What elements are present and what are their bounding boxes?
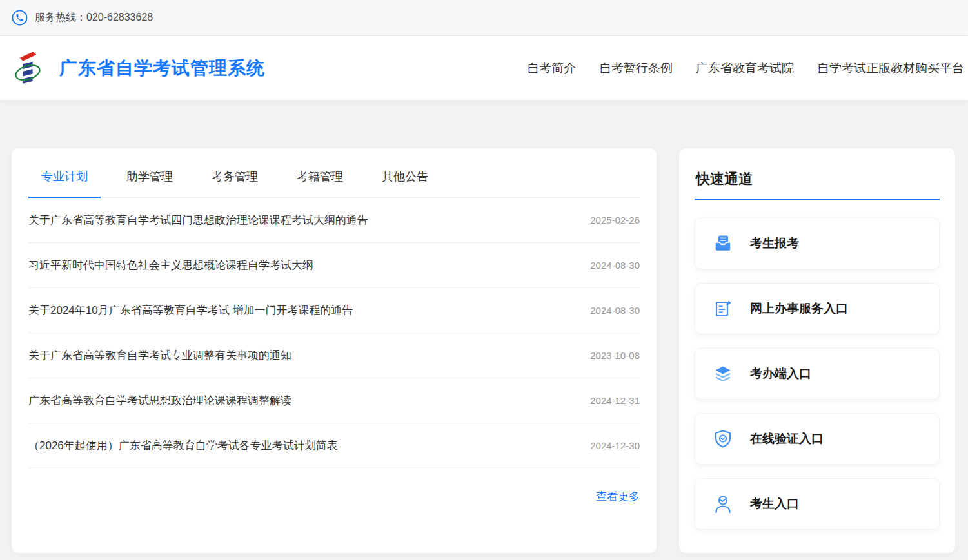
announcement-title: 广东省高等教育自学考试思想政治理论课课程调整解读: [28, 393, 291, 408]
quick-item-label: 网上办事服务入口: [750, 300, 848, 317]
header-nav: 自考简介 自考暂行条例 广东省教育考试院 自学考试正版教材购买平台: [527, 60, 965, 77]
announcement-title: （2026年起使用）广东省高等教育自学考试各专业考试计划简表: [28, 438, 338, 453]
announcement-title: 关于广东省高等教育自学考试四门思想政治理论课课程考试大纲的通告: [28, 213, 368, 227]
topbar: 服务热线：020-62833628: [0, 0, 968, 36]
tab-study-support[interactable]: 助学管理: [114, 161, 186, 197]
hotline-text: 服务热线：020-62833628: [35, 11, 153, 24]
nav-link-textbook-platform[interactable]: 自学考试正版教材购买平台: [817, 60, 964, 77]
more-row: 查看更多: [28, 468, 640, 504]
nav-link-intro[interactable]: 自考简介: [527, 60, 576, 77]
phone-icon: [12, 10, 28, 26]
announcement-row[interactable]: 习近平新时代中国特色社会主义思想概论课程自学考试大纲 2024-08-30: [28, 243, 640, 288]
site-title: 广东省自学考试管理系统: [59, 56, 265, 81]
user-icon: [713, 494, 733, 514]
announcement-row[interactable]: 广东省高等教育自学考试思想政治理论课课程调整解读 2024-12-31: [28, 378, 640, 423]
quick-item-online-services[interactable]: 网上办事服务入口: [695, 283, 940, 334]
announcement-tabs: 专业计划 助学管理 考务管理 考籍管理 其他公告: [28, 148, 640, 198]
quick-item-label: 考生入口: [750, 496, 799, 512]
announcement-row[interactable]: 关于2024年10月广东省高等教育自学考试 增加一门开考课程的通告 2024-0…: [28, 288, 640, 333]
announcement-date: 2023-10-08: [590, 350, 640, 361]
tab-exam-records[interactable]: 考籍管理: [284, 161, 356, 197]
quick-access-panel: 快速通道 考生报考 网上办事服务入口: [679, 148, 955, 553]
announcement-title: 关于广东省高等教育自学考试专业调整有关事项的通知: [28, 348, 291, 363]
announcement-title: 关于2024年10月广东省高等教育自学考试 增加一门开考课程的通告: [28, 303, 353, 318]
announcements-card: 专业计划 助学管理 考务管理 考籍管理 其他公告 关于广东省高等教育自学考试四门…: [12, 148, 657, 553]
brand: 广东省自学考试管理系统: [14, 49, 265, 88]
quick-item-candidate-portal[interactable]: 考生入口: [695, 478, 940, 530]
layers-icon: [713, 364, 733, 383]
inbox-icon: [713, 234, 733, 253]
accent-divider: [695, 199, 940, 200]
document-edit-icon: [713, 299, 733, 318]
announcement-row[interactable]: （2026年起使用）广东省高等教育自学考试各专业考试计划简表 2024-12-3…: [28, 423, 640, 468]
announcement-date: 2024-12-31: [590, 395, 640, 406]
site-logo-icon: [14, 49, 41, 88]
nav-link-regulations[interactable]: 自考暂行条例: [599, 60, 673, 77]
quick-item-label: 考办端入口: [750, 365, 811, 382]
announcement-list: 关于广东省高等教育自学考试四门思想政治理论课课程考试大纲的通告 2025-02-…: [28, 198, 640, 468]
quick-item-exam-office-portal[interactable]: 考办端入口: [695, 348, 940, 400]
quick-item-label: 考生报考: [750, 235, 799, 252]
announcement-row[interactable]: 关于广东省高等教育自学考试四门思想政治理论课课程考试大纲的通告 2025-02-…: [28, 198, 640, 243]
tab-exam-affairs[interactable]: 考务管理: [199, 161, 271, 197]
quick-item-online-verification[interactable]: 在线验证入口: [695, 413, 940, 465]
quick-item-candidate-registration[interactable]: 考生报考: [695, 218, 940, 269]
announcement-title: 习近平新时代中国特色社会主义思想概论课程自学考试大纲: [28, 258, 313, 273]
announcement-date: 2024-12-30: [590, 440, 640, 451]
page-content: 专业计划 助学管理 考务管理 考籍管理 其他公告 关于广东省高等教育自学考试四门…: [0, 100, 968, 560]
quick-item-label: 在线验证入口: [750, 430, 824, 447]
tab-other-notices[interactable]: 其他公告: [369, 161, 441, 197]
announcement-date: 2024-08-30: [590, 305, 640, 316]
shield-check-icon: [713, 429, 733, 449]
announcement-date: 2025-02-26: [590, 215, 640, 226]
tab-major-plans[interactable]: 专业计划: [28, 161, 101, 198]
announcement-date: 2024-08-30: [590, 260, 640, 271]
quick-access-title: 快速通道: [696, 169, 940, 189]
announcement-row[interactable]: 关于广东省高等教育自学考试专业调整有关事项的通知 2023-10-08: [28, 333, 640, 378]
site-header: 广东省自学考试管理系统 自考简介 自考暂行条例 广东省教育考试院 自学考试正版教…: [0, 36, 968, 100]
nav-link-exam-authority[interactable]: 广东省教育考试院: [696, 60, 794, 77]
view-more-link[interactable]: 查看更多: [596, 490, 640, 503]
